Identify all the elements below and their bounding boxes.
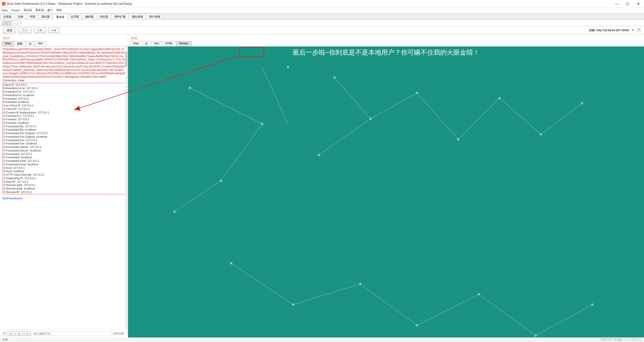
search-help-icon[interactable]: ?: [2, 331, 7, 336]
cancel-button[interactable]: 取消: [19, 27, 32, 33]
scrollbar[interactable]: [125, 47, 128, 329]
menu-window[interactable]: 窗口: [47, 8, 53, 12]
svg-point-24: [370, 118, 372, 120]
request-tab-headers[interactable]: 头: [26, 41, 35, 46]
tab-repeater[interactable]: 重发器: [53, 14, 68, 20]
request-connection-close: Connection: close: [3, 79, 126, 82]
menu-project[interactable]: Project: [11, 9, 20, 12]
response-rendered-view[interactable]: 最后一步啦~你到底是不是本地用户？你可瞒不住我的火眼金睛！: [128, 47, 644, 337]
send-button[interactable]: 发送: [3, 27, 16, 33]
svg-line-13: [360, 284, 417, 325]
spoof-header-line: X-HTTP-Host-Override: 127.0.0.1: [3, 173, 125, 177]
tab-extender[interactable]: 插件扩展: [111, 14, 129, 19]
edit-target-icon[interactable]: ✎: [631, 28, 634, 32]
search-add-button[interactable]: +: [16, 331, 23, 336]
repeater-tab-1[interactable]: 1: [2, 21, 11, 26]
spoof-header-line: X-Remote-IP: 127.0.0.1: [3, 191, 125, 194]
svg-point-19: [261, 123, 263, 125]
tab-sequencer[interactable]: 定序器: [67, 14, 82, 19]
request-spoof-headers-block: Client-IP: 127.0.0.1Forwarded-For-Ip: 12…: [3, 83, 126, 194]
status-left: 完成: [3, 338, 8, 341]
request-tab-raw[interactable]: Raw: [2, 41, 14, 46]
spoof-header-line: X-Forwarded-For: localhost: [3, 142, 125, 145]
request-view-tabs: Raw 参数 头 Hex: [0, 41, 128, 47]
svg-point-32: [292, 303, 294, 306]
tab-dashboard[interactable]: 仪表盘: [0, 14, 15, 19]
svg-line-2: [221, 124, 262, 181]
search-prev-button[interactable]: <: [8, 331, 15, 336]
svg-line-0: [190, 88, 262, 124]
svg-point-18: [189, 87, 191, 89]
response-pane: 响应 Raw 头 Hex HTML Render: [128, 34, 644, 337]
response-tab-html[interactable]: HTML: [162, 41, 176, 46]
spoof-header-line: Client-IP: 127.0.0.1: [3, 83, 125, 87]
svg-point-21: [220, 180, 222, 182]
menu-repeater[interactable]: 重发器: [35, 8, 44, 12]
spoof-header-line: X-Forward-For: 127.0.0.1: [3, 114, 125, 118]
app-logo-icon: [2, 2, 6, 6]
tab-comparer[interactable]: 对比器: [97, 14, 111, 19]
svg-line-16: [536, 305, 592, 335]
history-forward-button[interactable]: > ▾: [48, 28, 59, 33]
repeater-sub-tabs: 1 ...: [0, 20, 644, 26]
svg-line-8: [458, 98, 500, 139]
svg-point-29: [540, 133, 542, 135]
response-tab-headers[interactable]: 头: [142, 41, 151, 46]
tab-user-options[interactable]: 用户选项: [146, 14, 164, 19]
spoof-header-line: X-Forwarded: localhost: [3, 156, 125, 159]
request-cookie-blob: f2S4xNkkzyug8Th50C0etwcl3RriL808pT_nEtok…: [3, 48, 126, 79]
svg-point-23: [333, 77, 335, 79]
spoof-header-line: X-Custom-IP-Authorization: 127.0.0.1: [3, 111, 125, 115]
svg-point-25: [318, 154, 320, 156]
svg-point-20: [287, 66, 289, 68]
tab-proxy[interactable]: 代理: [26, 14, 38, 19]
spoof-header-line: Forwarded-For: localhost: [3, 94, 125, 97]
spoof-header-line: X-Host: localhost: [3, 170, 125, 173]
menu-intruder[interactable]: 测试器: [24, 8, 32, 12]
response-tab-raw[interactable]: Raw: [130, 41, 142, 46]
close-icon[interactable]: ✕: [637, 2, 640, 6]
tab-target[interactable]: 目标: [15, 14, 27, 19]
svg-line-6: [371, 93, 417, 119]
response-tab-render[interactable]: Render: [176, 41, 192, 46]
response-tab-hex[interactable]: Hex: [151, 41, 163, 46]
spoof-header-line: X-Forwarded-Server: 127.0.0.1: [3, 145, 125, 149]
menu-burp[interactable]: Burp: [2, 9, 8, 12]
status-right: 2,083 字节 | 29 毫秒: [599, 338, 622, 341]
menu-help[interactable]: 帮助: [56, 8, 62, 12]
search-input[interactable]: [32, 331, 112, 336]
maximize-icon[interactable]: ☐: [626, 2, 629, 6]
tab-decoder[interactable]: 编码器: [82, 14, 97, 19]
spoof-header-line: Forwarded: localhost: [3, 100, 125, 104]
request-tab-params[interactable]: 参数: [14, 41, 26, 46]
history-back-button[interactable]: < ▾: [34, 28, 46, 33]
spoof-header-line: Forwarded-For-Ip: 127.0.0.1: [3, 87, 125, 90]
spoof-header-line: X-Forwarded-Server: localhost: [3, 149, 125, 153]
request-tab-hex[interactable]: Hex: [35, 41, 46, 46]
repeater-tab-new[interactable]: ...: [12, 21, 21, 26]
search-next-button[interactable]: >: [24, 331, 31, 336]
svg-line-3: [175, 181, 221, 212]
minimize-icon[interactable]: —: [615, 2, 619, 6]
tab-project-options[interactable]: 项目选项: [129, 14, 146, 19]
request-editor[interactable]: f2S4xNkkzyug8Th50C0etwcl3RriL808pT_nEtok…: [0, 47, 128, 329]
window-titlebar: Burp Suite Professional v2.0.11beta - Te…: [0, 0, 644, 8]
response-view-tabs: Raw 头 Hex HTML Render: [128, 41, 644, 47]
svg-line-15: [479, 294, 536, 335]
spoof-header-line: X-Forwarded-Host: localhost: [3, 163, 125, 166]
help-icon[interactable]: ?: [637, 28, 641, 32]
request-title: 请求: [0, 34, 128, 41]
menubar: Burp Project 测试器 重发器 窗口 帮助: [0, 8, 644, 13]
spoof-header-line: X-Client-IP: 127.0.0.1: [3, 107, 125, 111]
svg-line-12: [293, 284, 360, 305]
svg-point-22: [173, 211, 175, 213]
spoof-header-line: X-Forwarded-By: localhost: [3, 128, 125, 132]
svg-line-5: [319, 119, 371, 155]
svg-line-7: [417, 93, 458, 140]
network-background-icon: [128, 47, 644, 337]
spoof-header-line: X-Real-IP: 127.0.0.1: [3, 180, 125, 184]
tab-intruder[interactable]: 测试器: [38, 14, 53, 19]
spoof-header-line: X-Forwarded-By: 127.0.0.1: [3, 125, 125, 128]
svg-point-28: [499, 97, 501, 99]
request-body-param: blu4=handsome: [3, 197, 126, 200]
